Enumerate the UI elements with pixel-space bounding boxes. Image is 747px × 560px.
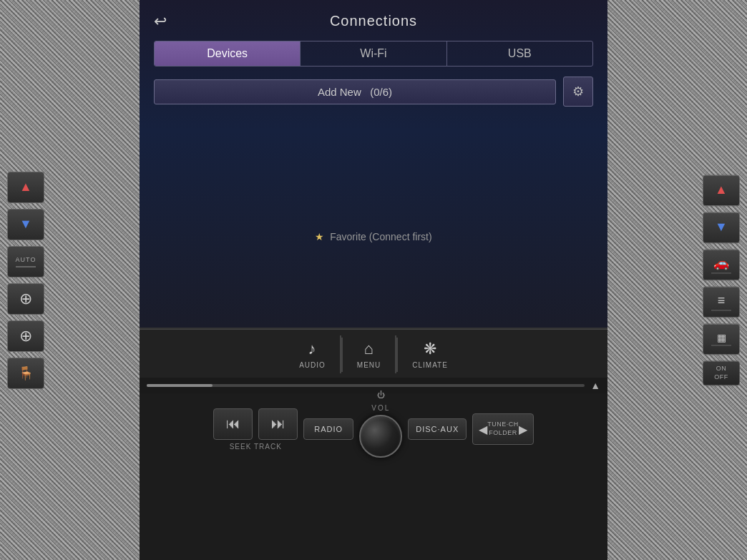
car-frame: ▲ ▼ AUTO ⊕ ⊕ 🪑 ▲ ▼ 🚗 ≡ ▦ xyxy=(0,0,747,560)
fan1-button[interactable]: ⊕ xyxy=(7,283,44,315)
right-side-buttons: ▲ ▼ 🚗 ≡ ▦ ONOFF xyxy=(703,175,740,385)
left-up-button[interactable]: ▲ xyxy=(7,172,44,203)
tab-bar: Devices Wi-Fi USB xyxy=(154,41,593,67)
volume-knob-area: ⏻ VOL xyxy=(359,401,402,458)
right-down-button[interactable]: ▼ xyxy=(703,212,740,243)
main-screen: ↩ Connections Devices Wi-Fi USB Add xyxy=(140,0,607,329)
climate-icon: ❋ xyxy=(424,340,437,358)
audio-icon: ♪ xyxy=(308,340,316,358)
bottom-nav: ⏮ ⏭ SEEK TRACK RADIO ⏻ VOL DISC·AUX xyxy=(140,393,607,468)
seek-track-label: SEEK TRACK xyxy=(230,443,282,451)
device-list-area: ★ Favorite (Connect first) xyxy=(154,114,593,257)
tab-wifi[interactable]: Wi-Fi xyxy=(301,41,446,66)
screen-header: ↩ Connections xyxy=(154,13,593,29)
add-new-row: Add New (0/6) ⚙ xyxy=(154,77,593,107)
right-up-button[interactable]: ▲ xyxy=(703,175,740,206)
rear-defrost-button[interactable]: 🚗 xyxy=(703,249,740,280)
star-icon: ★ xyxy=(315,231,324,242)
settings-button[interactable]: ⚙ xyxy=(563,77,593,107)
tab-devices[interactable]: Devices xyxy=(155,41,301,66)
tab-usb[interactable]: USB xyxy=(447,41,592,66)
front-defrost-button[interactable]: ≡ xyxy=(703,286,740,318)
progress-bar-area: ▲ xyxy=(140,378,607,393)
back-icon: ↩ xyxy=(154,12,167,30)
right-side-panel: ▲ ▼ 🚗 ≡ ▦ ONOFF xyxy=(607,0,747,560)
fan2-button[interactable]: ⊕ xyxy=(7,320,44,352)
center-console: ↩ Connections Devices Wi-Fi USB Add xyxy=(140,0,607,560)
disc-aux-button[interactable]: DISC·AUX xyxy=(408,418,467,440)
radio-button[interactable]: RADIO xyxy=(303,418,353,440)
seek-track-wrapper: ⏮ ⏭ SEEK TRACK xyxy=(213,408,298,451)
add-new-button[interactable]: Add New (0/6) xyxy=(154,79,556,104)
volume-knob[interactable] xyxy=(359,415,402,458)
on-off-button[interactable]: ONOFF xyxy=(703,360,740,385)
back-button[interactable]: ↩ xyxy=(154,12,167,31)
rear-heat-button[interactable]: ▦ xyxy=(703,323,740,355)
progress-fill xyxy=(147,384,213,387)
power-icon: ⏻ xyxy=(377,390,385,399)
favorite-hint: ★ Favorite (Connect first) xyxy=(315,231,431,242)
gear-icon: ⚙ xyxy=(572,84,584,99)
seek-top-row: ⏮ ⏭ xyxy=(213,408,298,440)
menu-icon: ⌂ xyxy=(363,340,374,358)
left-down-button[interactable]: ▼ xyxy=(7,209,44,240)
progress-track[interactable] xyxy=(147,384,585,387)
climate-button[interactable]: ❋ CLIMATE xyxy=(398,335,462,373)
tune-wrapper: ◀ TUNE·CH FOLDER ▶ xyxy=(472,413,534,445)
audio-button[interactable]: ♪ AUDIO xyxy=(285,335,341,373)
knob-wrapper: ⏻ VOL xyxy=(371,401,390,413)
screen-title: Connections xyxy=(330,13,417,29)
seek-prev-button[interactable]: ⏮ xyxy=(213,408,253,440)
auto-button[interactable]: AUTO xyxy=(7,246,44,277)
left-side-buttons: ▲ ▼ AUTO ⊕ ⊕ 🪑 xyxy=(7,172,44,389)
tune-button[interactable]: ◀ TUNE·CH FOLDER ▶ xyxy=(472,413,534,445)
tune-next-icon: ▶ xyxy=(519,423,527,436)
controls-bar: ♪ AUDIO ⌂ MENU ❋ CLIMATE xyxy=(140,329,607,378)
menu-button[interactable]: ⌂ MENU xyxy=(343,335,396,373)
seat-button[interactable]: 🪑 xyxy=(7,358,44,389)
left-side-panel: ▲ ▼ AUTO ⊕ ⊕ 🪑 xyxy=(0,0,140,560)
seek-next-button[interactable]: ⏭ xyxy=(258,408,298,440)
eject-button[interactable]: ▲ xyxy=(590,380,600,391)
vol-label: VOL xyxy=(371,404,390,412)
auto-label: AUTO xyxy=(16,256,36,263)
tune-prev-icon: ◀ xyxy=(479,423,487,436)
